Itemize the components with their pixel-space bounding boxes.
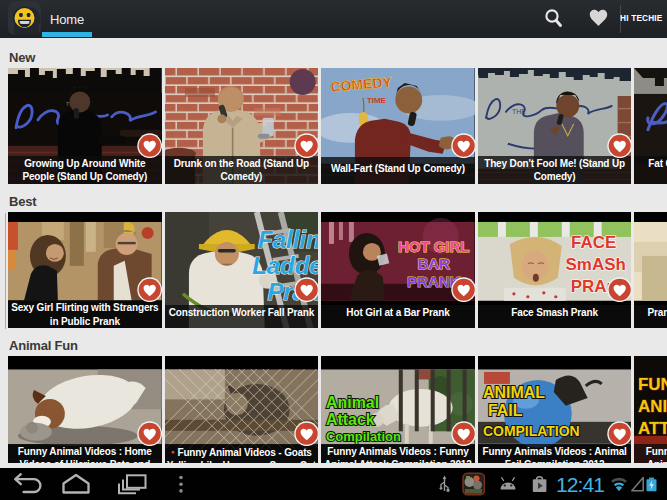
svg-text:HOT GIRL: HOT GIRL bbox=[398, 238, 469, 255]
svg-text:SmASh: SmASh bbox=[565, 255, 625, 274]
svg-text:BAR: BAR bbox=[418, 255, 451, 272]
svg-text:COMPILATION: COMPILATION bbox=[483, 422, 580, 438]
svg-text:ANIMAL: ANIMAL bbox=[483, 384, 545, 401]
svg-text:FACE: FACE bbox=[571, 233, 616, 252]
svg-text:ANIM: ANIM bbox=[638, 397, 667, 416]
svg-text:Compilation: Compilation bbox=[326, 428, 401, 443]
svg-text:FAIL: FAIL bbox=[488, 402, 523, 419]
svg-text:Attack: Attack bbox=[326, 411, 375, 428]
svg-text:Fallin: Fallin bbox=[258, 226, 318, 253]
svg-text:Animal: Animal bbox=[326, 394, 379, 411]
svg-text:TIME: TIME bbox=[367, 95, 386, 104]
svg-text:ATTA: ATTA bbox=[638, 418, 667, 437]
svg-text:Ladde: Ladde bbox=[252, 252, 318, 279]
svg-text:FUN: FUN bbox=[638, 375, 667, 394]
